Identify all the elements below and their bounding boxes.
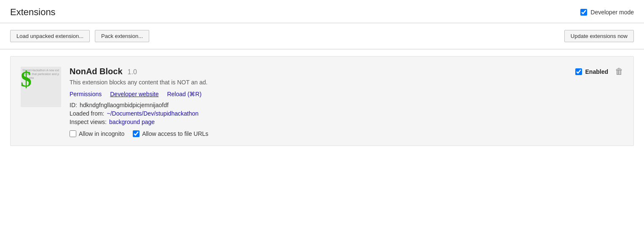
id-row: ID: hdkndgfngllaogmbidpicjemnijaofdf [70, 102, 623, 108]
extension-description: This extension blocks any content that i… [70, 79, 623, 86]
extension-meta: ID: hdkndgfngllaogmbidpicjemnijaofdf Loa… [70, 102, 623, 125]
enabled-checkbox[interactable] [575, 68, 582, 75]
allow-incognito-text: Allow in incognito [79, 130, 124, 137]
inspect-views-label: Inspect views: [70, 119, 107, 125]
extension-checkboxes: Allow in incognito Allow access to file … [70, 130, 623, 137]
id-value: hdkndgfngllaogmbidpicjemnijaofdf [80, 102, 169, 108]
developer-mode-label[interactable]: Developer mode [580, 9, 634, 16]
enabled-text: Enabled [585, 68, 608, 75]
delete-extension-button[interactable]: 🗑 [615, 67, 623, 76]
allow-file-urls-label[interactable]: Allow access to file URLs [133, 130, 208, 137]
toolbar-left: Load unpacked extension... Pack extensio… [10, 30, 149, 42]
pack-extension-button[interactable]: Pack extension... [95, 30, 149, 42]
reload-link[interactable]: Reload (⌘R) [167, 91, 201, 97]
developer-website-link[interactable]: Developer website [110, 91, 158, 97]
content: Stupid Hackathon A new extension that pa… [0, 49, 644, 156]
toolbar: Load unpacked extension... Pack extensio… [0, 23, 644, 49]
loaded-from-row: Loaded from: ~/Documents/Dev/stupidhacka… [70, 110, 623, 117]
allow-incognito-checkbox[interactable] [70, 130, 76, 137]
developer-mode-text: Developer mode [590, 9, 634, 16]
background-page-link[interactable]: background page [109, 119, 155, 125]
extension-actions: Enabled 🗑 [575, 67, 623, 76]
allow-file-urls-text: Allow access to file URLs [142, 130, 208, 137]
extension-info: NonAd Block 1.0 This extension blocks an… [70, 67, 623, 137]
extension-version: 1.0 [128, 68, 137, 76]
loaded-from-value[interactable]: ~/Documents/Dev/stupidhackathon [107, 110, 199, 117]
extension-card: Stupid Hackathon A new extension that pa… [10, 56, 634, 146]
extension-name-row: NonAd Block 1.0 [70, 67, 623, 76]
inspect-views-row: Inspect views: background page [70, 119, 623, 125]
id-label: ID: [70, 102, 77, 108]
allow-incognito-label[interactable]: Allow in incognito [70, 130, 124, 137]
dollar-sign-icon: $ [21, 67, 32, 92]
enabled-label[interactable]: Enabled [575, 68, 608, 75]
update-extensions-button[interactable]: Update extensions now [564, 30, 634, 42]
load-unpacked-button[interactable]: Load unpacked extension... [10, 30, 90, 42]
extension-links: Permissions Developer website Reload (⌘R… [70, 91, 623, 97]
developer-mode-checkbox[interactable] [580, 9, 587, 16]
loaded-from-label: Loaded from: [70, 110, 105, 117]
allow-file-urls-checkbox[interactable] [133, 130, 140, 137]
header: Extensions Developer mode [0, 0, 644, 23]
permissions-link[interactable]: Permissions [70, 91, 102, 97]
page-title: Extensions [10, 7, 56, 18]
extension-icon: Stupid Hackathon A new extension that pa… [21, 67, 61, 107]
page-container: Extensions Developer mode Load unpacked … [0, 0, 644, 243]
extension-name: NonAd Block [70, 67, 123, 76]
